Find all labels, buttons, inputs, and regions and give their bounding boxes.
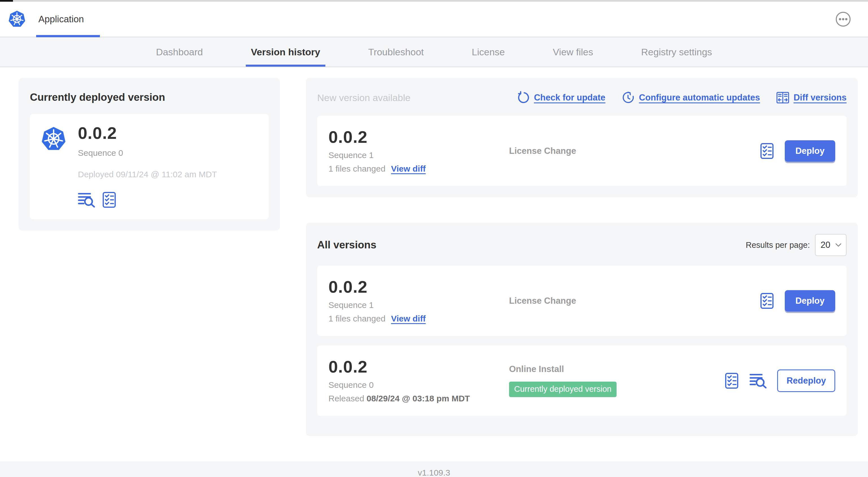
deployed-actions — [78, 192, 217, 208]
new-version-title: New version available — [317, 92, 410, 103]
released-date: 08/29/24 @ 03:18 pm MDT — [367, 394, 470, 403]
version-sequence: Sequence 1 — [329, 150, 509, 160]
version-number: 0.0.2 — [329, 358, 509, 376]
version-number: 0.0.2 — [329, 278, 509, 296]
version-source: Online Install — [509, 364, 723, 374]
version-row-actions: Deploy — [759, 140, 835, 162]
all-versions-title: All versions — [317, 239, 376, 251]
clock-refresh-icon — [622, 91, 634, 104]
files-changed-count: 1 files changed — [329, 164, 385, 174]
configure-automatic-updates-label: Configure automatic updates — [639, 93, 760, 103]
files-changed-line: 1 files changed View diff — [329, 314, 509, 324]
all-versions-header: All versions Results per page: 20 — [317, 234, 846, 256]
all-versions-card: All versions Results per page: 20 0.0.2 … — [306, 223, 858, 436]
released-line: Released 08/29/24 @ 03:18 pm MDT — [329, 394, 509, 403]
preflight-checklist-icon — [759, 143, 775, 159]
diff-versions-label: Diff versions — [794, 93, 846, 103]
preflight-checks-button[interactable] — [759, 143, 775, 159]
version-source: License Change — [509, 146, 759, 156]
preflight-checklist-icon — [101, 192, 117, 208]
view-diff-link[interactable]: View diff — [391, 314, 426, 324]
tab-bar: Dashboard Version history Troubleshoot L… — [0, 37, 868, 67]
tab-version-history[interactable]: Version history — [251, 37, 320, 67]
tab-troubleshoot[interactable]: Troubleshoot — [368, 37, 424, 67]
preflight-checks-button[interactable] — [759, 293, 775, 309]
tab-view-files[interactable]: View files — [553, 37, 593, 67]
diff-versions-link[interactable]: Diff versions — [776, 91, 846, 104]
deployed-version-number: 0.0.2 — [78, 124, 217, 142]
logs-icon — [78, 192, 96, 208]
preflight-checks-button[interactable] — [723, 372, 740, 389]
released-prefix: Released — [329, 394, 364, 403]
preflight-checklist-icon — [759, 293, 775, 309]
deploy-button[interactable]: Deploy — [785, 140, 835, 162]
tab-dashboard[interactable]: Dashboard — [156, 37, 203, 67]
main-content: Currently deployed version 0.0.2 Sequenc… — [0, 67, 868, 436]
refresh-icon — [517, 91, 530, 104]
app-footer: v1.109.3 — [0, 461, 868, 477]
app-title-active-underline — [36, 35, 100, 37]
more-menu-button[interactable] — [835, 11, 851, 27]
kubernetes-logo-icon — [8, 10, 26, 29]
new-version-card: New version available Check for update — [306, 78, 858, 197]
check-for-update-label: Check for update — [534, 93, 605, 103]
version-history-column: New version available Check for update — [306, 78, 858, 436]
results-per-page: Results per page: 20 — [746, 234, 846, 256]
version-row-actions: Deploy — [759, 290, 835, 311]
app-header: Application — [0, 2, 868, 37]
version-sequence: Sequence 0 — [329, 380, 509, 390]
view-diff-link[interactable]: View diff — [391, 164, 426, 174]
kubernetes-logo-icon — [41, 126, 67, 152]
configure-automatic-updates-link[interactable]: Configure automatic updates — [622, 91, 760, 104]
currently-deployed-title: Currently deployed version — [30, 91, 269, 103]
console-version: v1.109.3 — [417, 468, 450, 477]
version-source: License Change — [509, 296, 759, 306]
view-logs-button[interactable] — [78, 192, 96, 208]
check-for-update-link[interactable]: Check for update — [517, 91, 605, 104]
tab-license[interactable]: License — [472, 37, 505, 67]
results-per-page-label: Results per page: — [746, 240, 810, 250]
logs-icon — [749, 372, 768, 389]
circled-ellipsis-icon — [835, 11, 851, 27]
redeploy-button[interactable]: Redeploy — [777, 369, 835, 392]
preflight-checklist-icon — [723, 372, 740, 389]
files-changed-line: 1 files changed View diff — [329, 164, 509, 174]
deployed-timestamp: Deployed 09/11/24 @ 11:02 am MDT — [78, 170, 217, 179]
version-actions: Check for update Configure automatic upd… — [517, 91, 846, 104]
results-per-page-value: 20 — [820, 240, 830, 250]
version-row: 0.0.2 Sequence 1 1 files changed View di… — [317, 266, 846, 336]
view-preflights-button[interactable] — [101, 192, 117, 208]
version-info: 0.0.2 Sequence 1 1 files changed View di… — [329, 278, 509, 324]
results-per-page-select[interactable]: 20 — [815, 234, 846, 256]
tab-registry-settings[interactable]: Registry settings — [641, 37, 712, 67]
version-row: 0.0.2 Sequence 0 Released 08/29/24 @ 03:… — [317, 346, 846, 416]
version-source-block: Online Install Currently deployed versio… — [509, 364, 723, 397]
version-number: 0.0.2 — [329, 128, 509, 146]
deployed-version-card: 0.0.2 Sequence 0 Deployed 09/11/24 @ 11:… — [30, 114, 269, 219]
deployed-version-info: 0.0.2 Sequence 0 Deployed 09/11/24 @ 11:… — [78, 124, 217, 208]
deployed-sequence: Sequence 0 — [78, 148, 217, 158]
version-sequence: Sequence 1 — [329, 300, 509, 310]
deploy-button[interactable]: Deploy — [785, 290, 835, 311]
version-row-actions: Redeploy — [723, 369, 835, 392]
app-title[interactable]: Application — [38, 14, 84, 25]
files-changed-count: 1 files changed — [329, 314, 385, 324]
new-version-row: 0.0.2 Sequence 1 1 files changed View di… — [317, 116, 846, 186]
version-info: 0.0.2 Sequence 0 Released 08/29/24 @ 03:… — [329, 358, 509, 403]
version-info: 0.0.2 Sequence 1 1 files changed View di… — [329, 128, 509, 174]
diff-icon — [776, 91, 789, 104]
currently-deployed-panel: Currently deployed version 0.0.2 Sequenc… — [19, 78, 280, 231]
currently-deployed-badge: Currently deployed version — [509, 382, 617, 397]
chevron-down-icon — [835, 243, 841, 247]
view-logs-button[interactable] — [749, 372, 768, 389]
app-brand: Application — [8, 2, 84, 37]
new-version-header: New version available Check for update — [317, 89, 846, 106]
